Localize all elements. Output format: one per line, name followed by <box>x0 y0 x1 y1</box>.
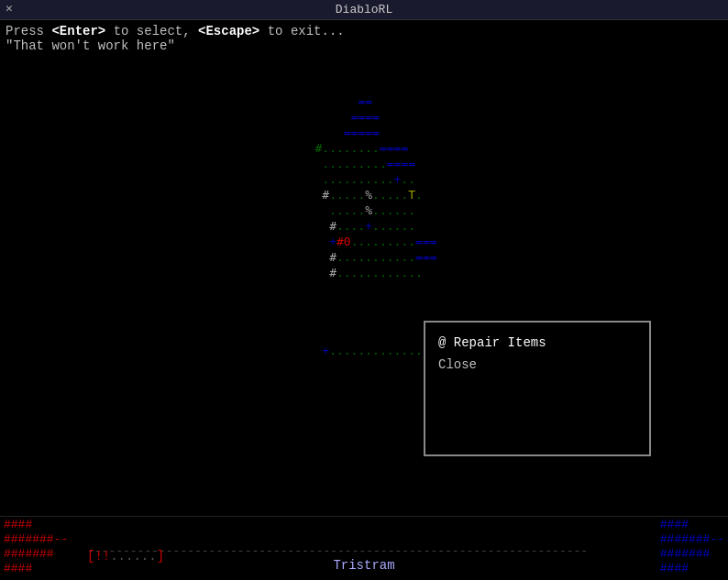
right-orb-row-4: #### <box>660 562 724 576</box>
location-name: Tristram <box>333 558 394 573</box>
left-orb-row-3: ####### <box>4 547 68 562</box>
window-title: DiabloRL <box>336 3 392 16</box>
left-orb-row-4: #### <box>4 562 68 576</box>
escape-key: <Escape> <box>198 24 259 38</box>
top-messages: Press <Enter> to select, <Escape> to exi… <box>0 20 728 57</box>
enter-key: <Enter> <box>51 24 105 38</box>
close-option[interactable]: Close <box>438 354 636 376</box>
ascii-map: == ==== ===== #........==== .........===… <box>293 93 451 358</box>
popup-menu: @ Repair Items Close <box>424 321 651 456</box>
right-orbs: #### #######-- ####### #### <box>660 518 724 576</box>
right-orb-row-2: #######-- <box>660 532 724 547</box>
map-area: == ==== ===== #........==== .........===… <box>0 93 728 515</box>
game-area: Press <Enter> to select, <Escape> to exi… <box>0 20 728 580</box>
left-orb-row-1: #### <box>4 518 68 532</box>
belt-dots: ...... <box>110 549 156 564</box>
repair-items-option[interactable]: @ Repair Items <box>438 332 636 354</box>
right-orb-row-3: ####### <box>660 547 724 562</box>
instruction-line: Press <Enter> to select, <Escape> to exi… <box>6 24 722 38</box>
status-bar: #### #######-- ####### #### ------------… <box>0 516 728 580</box>
left-orb-row-2: #######-- <box>4 532 68 547</box>
belt-left-bracket: [ <box>87 549 94 564</box>
close-button[interactable]: ✕ <box>6 3 13 15</box>
title-bar: ✕ DiabloRL <box>0 0 728 20</box>
right-orb-row-1: #### <box>660 518 724 532</box>
left-orbs: #### #######-- ####### #### <box>4 518 68 576</box>
belt-exclamation-1: !! <box>94 549 110 564</box>
message-line: "That won't work here" <box>6 38 722 53</box>
belt-right-bracket: ] <box>157 549 164 564</box>
